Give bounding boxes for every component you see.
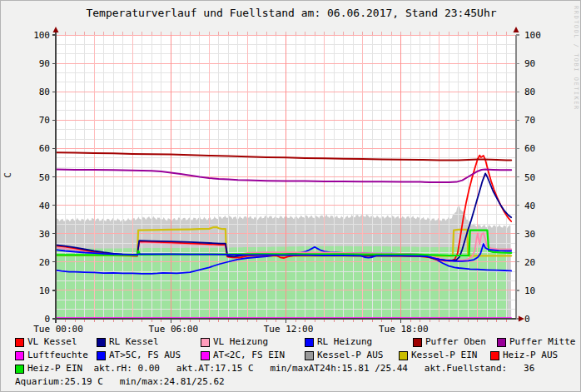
legend-swatch-icon [15, 338, 24, 347]
legend-swatch-icon [97, 351, 106, 360]
legend-swatch-icon [413, 338, 422, 347]
legend-swatch-icon [305, 351, 314, 360]
legend-swatch-icon [305, 338, 314, 347]
legend-row3-stats: Heiz-P EIN akt.rH: 0.00 akt.AT:17.15 C m… [27, 364, 534, 374]
legend-swatch-icon [399, 351, 408, 360]
legend-label: Kessel-P AUS [317, 350, 383, 360]
legend-label: VL Heizung [213, 337, 268, 347]
legend-swatch-icon [15, 365, 24, 374]
legend-label: AT>5C, FS AUS [109, 350, 181, 360]
legend-swatch-icon [201, 338, 210, 347]
legend-label: Heiz-P AUS [503, 350, 558, 360]
legend-label: Puffer Mitte [509, 337, 575, 347]
legend-swatch-icon [15, 351, 24, 360]
legend-label: Luftfeuchte [27, 350, 88, 360]
legend-row4-aquarium-stats: Aquarium:25.19 C min/max:24.81/25.62 [15, 377, 225, 387]
rrd-graph-image: Temperaturverlauf und Fuellstand am: 06.… [0, 0, 581, 392]
legend-label: Kessel-P EIN [411, 350, 477, 360]
legend-swatch-icon [490, 351, 499, 360]
legend-label: VL Kessel [27, 337, 77, 347]
legend-label: Puffer Oben [425, 337, 486, 347]
legend-label: RL Kessel [109, 337, 159, 347]
legend: VL KesselRL KesselVL HeizungRL HeizungPu… [1, 1, 581, 392]
legend-swatch-icon [97, 338, 106, 347]
legend-label: AT<2C, FS EIN [213, 350, 285, 360]
legend-label: RL Heizung [317, 337, 372, 347]
legend-swatch-icon [201, 351, 210, 360]
legend-swatch-icon [497, 338, 506, 347]
